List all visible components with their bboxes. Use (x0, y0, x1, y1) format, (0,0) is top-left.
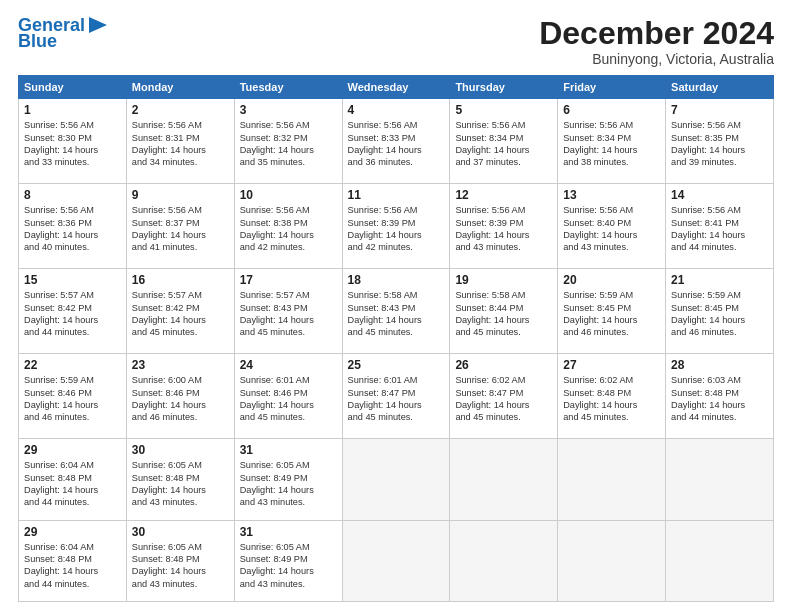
day-info: Sunrise: 5:57 AM Sunset: 8:43 PM Dayligh… (240, 289, 337, 339)
day-info: Sunrise: 6:05 AM Sunset: 8:49 PM Dayligh… (240, 459, 337, 509)
day-number: 11 (348, 188, 445, 202)
table-row: 6Sunrise: 5:56 AM Sunset: 8:34 PM Daylig… (558, 99, 666, 184)
day-info: Sunrise: 5:56 AM Sunset: 8:35 PM Dayligh… (671, 119, 768, 169)
day-number: 16 (132, 273, 229, 287)
day-number: 31 (240, 443, 337, 457)
table-row: 30Sunrise: 6:05 AM Sunset: 8:48 PM Dayli… (126, 520, 234, 601)
calendar-week-2: 8Sunrise: 5:56 AM Sunset: 8:36 PM Daylig… (19, 184, 774, 269)
day-info: Sunrise: 6:03 AM Sunset: 8:48 PM Dayligh… (671, 374, 768, 424)
table-row (450, 439, 558, 520)
table-row: 12Sunrise: 5:56 AM Sunset: 8:39 PM Dayli… (450, 184, 558, 269)
col-thursday: Thursday (450, 76, 558, 99)
col-wednesday: Wednesday (342, 76, 450, 99)
table-row: 25Sunrise: 6:01 AM Sunset: 8:47 PM Dayli… (342, 354, 450, 439)
table-row: 8Sunrise: 5:56 AM Sunset: 8:36 PM Daylig… (19, 184, 127, 269)
day-number: 18 (348, 273, 445, 287)
day-info: Sunrise: 5:56 AM Sunset: 8:39 PM Dayligh… (455, 204, 552, 254)
table-row: 9Sunrise: 5:56 AM Sunset: 8:37 PM Daylig… (126, 184, 234, 269)
day-number: 31 (240, 525, 337, 539)
table-row: 29Sunrise: 6:04 AM Sunset: 8:48 PM Dayli… (19, 520, 127, 601)
table-row: 2Sunrise: 5:56 AM Sunset: 8:31 PM Daylig… (126, 99, 234, 184)
day-number: 1 (24, 103, 121, 117)
day-info: Sunrise: 5:59 AM Sunset: 8:45 PM Dayligh… (671, 289, 768, 339)
day-info: Sunrise: 5:59 AM Sunset: 8:46 PM Dayligh… (24, 374, 121, 424)
table-row (558, 439, 666, 520)
title-section: December 2024 Buninyong, Victoria, Austr… (539, 16, 774, 67)
table-row: 28Sunrise: 6:03 AM Sunset: 8:48 PM Dayli… (666, 354, 774, 439)
table-row: 5Sunrise: 5:56 AM Sunset: 8:34 PM Daylig… (450, 99, 558, 184)
day-number: 28 (671, 358, 768, 372)
day-info: Sunrise: 5:56 AM Sunset: 8:34 PM Dayligh… (563, 119, 660, 169)
day-info: Sunrise: 6:00 AM Sunset: 8:46 PM Dayligh… (132, 374, 229, 424)
logo: General Blue (18, 16, 109, 52)
month-title: December 2024 (539, 16, 774, 51)
day-info: Sunrise: 5:56 AM Sunset: 8:30 PM Dayligh… (24, 119, 121, 169)
svg-marker-0 (89, 17, 107, 33)
col-sunday: Sunday (19, 76, 127, 99)
table-row: 31Sunrise: 6:05 AM Sunset: 8:49 PM Dayli… (234, 520, 342, 601)
col-tuesday: Tuesday (234, 76, 342, 99)
day-info: Sunrise: 6:01 AM Sunset: 8:46 PM Dayligh… (240, 374, 337, 424)
day-number: 25 (348, 358, 445, 372)
day-number: 20 (563, 273, 660, 287)
table-row (450, 520, 558, 601)
day-info: Sunrise: 6:05 AM Sunset: 8:49 PM Dayligh… (240, 541, 337, 591)
col-friday: Friday (558, 76, 666, 99)
day-number: 6 (563, 103, 660, 117)
day-number: 23 (132, 358, 229, 372)
table-row: 30Sunrise: 6:05 AM Sunset: 8:48 PM Dayli… (126, 439, 234, 520)
table-row: 21Sunrise: 5:59 AM Sunset: 8:45 PM Dayli… (666, 269, 774, 354)
day-info: Sunrise: 5:56 AM Sunset: 8:39 PM Dayligh… (348, 204, 445, 254)
table-row: 1Sunrise: 5:56 AM Sunset: 8:30 PM Daylig… (19, 99, 127, 184)
page: General Blue December 2024 Buninyong, Vi… (0, 0, 792, 612)
day-info: Sunrise: 5:56 AM Sunset: 8:37 PM Dayligh… (132, 204, 229, 254)
day-info: Sunrise: 5:56 AM Sunset: 8:41 PM Dayligh… (671, 204, 768, 254)
table-row (558, 520, 666, 601)
day-info: Sunrise: 6:02 AM Sunset: 8:48 PM Dayligh… (563, 374, 660, 424)
day-number: 8 (24, 188, 121, 202)
calendar-header-row: Sunday Monday Tuesday Wednesday Thursday… (19, 76, 774, 99)
calendar: Sunday Monday Tuesday Wednesday Thursday… (18, 75, 774, 602)
table-row: 15Sunrise: 5:57 AM Sunset: 8:42 PM Dayli… (19, 269, 127, 354)
day-number: 7 (671, 103, 768, 117)
table-row: 18Sunrise: 5:58 AM Sunset: 8:43 PM Dayli… (342, 269, 450, 354)
day-number: 4 (348, 103, 445, 117)
table-row: 27Sunrise: 6:02 AM Sunset: 8:48 PM Dayli… (558, 354, 666, 439)
day-number: 9 (132, 188, 229, 202)
calendar-week-6: 29Sunrise: 6:04 AM Sunset: 8:48 PM Dayli… (19, 520, 774, 601)
calendar-week-3: 15Sunrise: 5:57 AM Sunset: 8:42 PM Dayli… (19, 269, 774, 354)
day-info: Sunrise: 5:56 AM Sunset: 8:40 PM Dayligh… (563, 204, 660, 254)
table-row: 31Sunrise: 6:05 AM Sunset: 8:49 PM Dayli… (234, 439, 342, 520)
day-info: Sunrise: 5:57 AM Sunset: 8:42 PM Dayligh… (132, 289, 229, 339)
day-number: 29 (24, 525, 121, 539)
day-number: 19 (455, 273, 552, 287)
calendar-week-1: 1Sunrise: 5:56 AM Sunset: 8:30 PM Daylig… (19, 99, 774, 184)
day-number: 2 (132, 103, 229, 117)
day-number: 21 (671, 273, 768, 287)
col-monday: Monday (126, 76, 234, 99)
day-number: 12 (455, 188, 552, 202)
table-row: 4Sunrise: 5:56 AM Sunset: 8:33 PM Daylig… (342, 99, 450, 184)
table-row: 24Sunrise: 6:01 AM Sunset: 8:46 PM Dayli… (234, 354, 342, 439)
day-number: 13 (563, 188, 660, 202)
table-row (342, 439, 450, 520)
day-number: 17 (240, 273, 337, 287)
day-info: Sunrise: 5:59 AM Sunset: 8:45 PM Dayligh… (563, 289, 660, 339)
day-number: 29 (24, 443, 121, 457)
logo-text2: Blue (18, 32, 57, 52)
day-info: Sunrise: 6:05 AM Sunset: 8:48 PM Dayligh… (132, 541, 229, 591)
day-number: 24 (240, 358, 337, 372)
table-row: 10Sunrise: 5:56 AM Sunset: 8:38 PM Dayli… (234, 184, 342, 269)
table-row: 11Sunrise: 5:56 AM Sunset: 8:39 PM Dayli… (342, 184, 450, 269)
location: Buninyong, Victoria, Australia (539, 51, 774, 67)
day-number: 26 (455, 358, 552, 372)
table-row (342, 520, 450, 601)
table-row: 19Sunrise: 5:58 AM Sunset: 8:44 PM Dayli… (450, 269, 558, 354)
table-row: 17Sunrise: 5:57 AM Sunset: 8:43 PM Dayli… (234, 269, 342, 354)
day-info: Sunrise: 5:58 AM Sunset: 8:43 PM Dayligh… (348, 289, 445, 339)
table-row: 14Sunrise: 5:56 AM Sunset: 8:41 PM Dayli… (666, 184, 774, 269)
day-info: Sunrise: 6:04 AM Sunset: 8:48 PM Dayligh… (24, 459, 121, 509)
col-saturday: Saturday (666, 76, 774, 99)
day-number: 5 (455, 103, 552, 117)
table-row: 7Sunrise: 5:56 AM Sunset: 8:35 PM Daylig… (666, 99, 774, 184)
